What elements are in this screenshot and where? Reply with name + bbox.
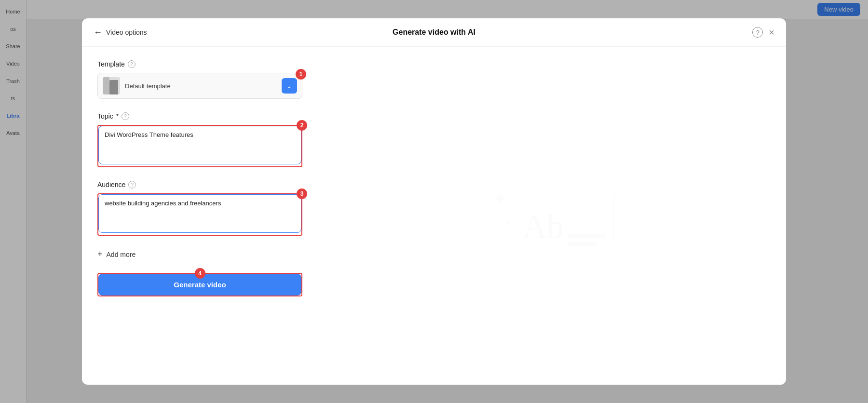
left-panel: Template ? 1 Default template ⌄ [82,47,318,385]
template-group: Template ? 1 Default template ⌄ [97,60,302,99]
right-panel: ✦ ✦ Ab [318,47,786,385]
help-icon[interactable]: ? [752,27,763,38]
audience-label: Audience ? [97,181,302,188]
back-arrow-icon: ← [94,27,102,38]
topic-info-icon[interactable]: ? [122,112,129,120]
back-label: Video options [106,28,147,36]
modal-overlay: ← Video options Generate video with AI ?… [0,0,868,403]
topic-input[interactable] [98,126,301,164]
step-badge-2: 2 [297,120,307,131]
preview-text-block: Ab [522,195,614,247]
template-thumbnail [103,77,120,94]
modal-actions: ? × [752,27,774,38]
template-info-icon[interactable]: ? [128,60,136,68]
template-name: Default template [125,82,282,90]
modal-header: ← Video options Generate video with AI ?… [82,18,786,47]
template-dropdown-button[interactable]: ⌄ [282,78,297,94]
back-button[interactable]: ← Video options [94,27,147,38]
audience-input[interactable] [98,194,301,233]
audience-info-icon[interactable]: ? [128,181,136,188]
ai-preview-area: ✦ ✦ Ab [490,185,614,247]
preview-ab-text: Ab [522,207,563,247]
add-more-label: Add more [107,251,136,258]
step-badge-4: 4 [195,268,205,279]
star-icon-1: ✦ [490,190,511,208]
cursor-bar [613,195,614,238]
topic-highlight [97,125,302,167]
template-label: Template ? [97,60,302,68]
topic-label: Topic * ? [97,112,302,120]
close-icon[interactable]: × [769,27,774,37]
star-icon-2: ✦ [504,218,511,227]
chevron-down-icon: ⌄ [286,82,292,90]
topic-group: Topic * ? 2 [97,112,302,167]
step-badge-1: 1 [296,69,306,80]
preview-lines [568,220,606,246]
modal-body: Template ? 1 Default template ⌄ [82,47,786,385]
step-badge-3: 3 [297,188,307,199]
modal: ← Video options Generate video with AI ?… [82,18,786,385]
template-selector[interactable]: Default template ⌄ [97,73,302,99]
audience-group: Audience ? 3 [97,181,302,236]
audience-highlight [97,193,302,236]
add-more-button[interactable]: + Add more [97,249,136,259]
plus-icon: + [97,249,103,259]
modal-title: Generate video with AI [393,28,475,37]
